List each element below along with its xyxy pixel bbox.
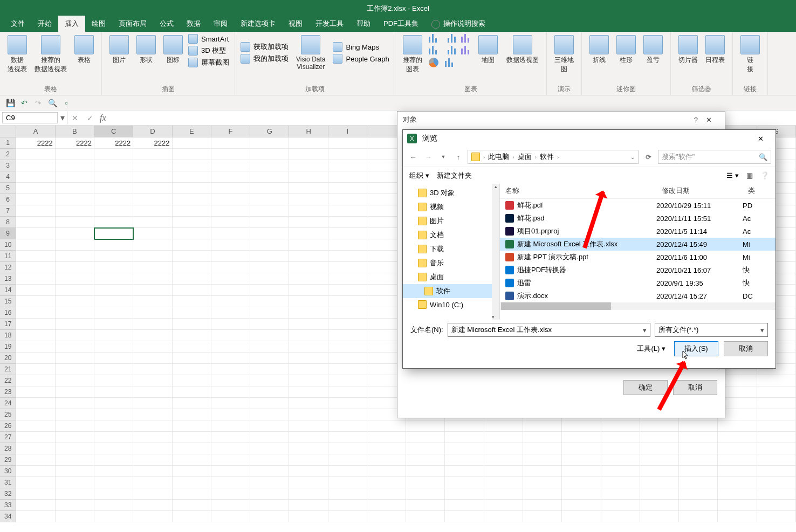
close-icon[interactable]: ✕ — [698, 116, 719, 124]
cell[interactable] — [94, 217, 133, 228]
cell[interactable] — [211, 353, 250, 364]
cell[interactable] — [94, 251, 133, 262]
cell[interactable] — [718, 500, 757, 511]
cell[interactable] — [289, 500, 328, 511]
fx-icon[interactable]: fx — [98, 113, 108, 123]
cell[interactable] — [16, 319, 55, 330]
row-header[interactable]: 9 — [0, 228, 16, 239]
row-header[interactable]: 21 — [0, 364, 16, 375]
cell[interactable] — [757, 500, 796, 511]
row-header[interactable]: 24 — [0, 398, 16, 409]
cell[interactable] — [484, 466, 523, 477]
cell[interactable] — [173, 477, 211, 488]
cell[interactable] — [133, 364, 172, 375]
cell[interactable] — [289, 364, 328, 375]
up-icon[interactable]: ↑ — [452, 153, 464, 161]
cell[interactable] — [211, 477, 250, 488]
cell[interactable] — [250, 296, 289, 307]
tree-item[interactable]: Win10 (C:) — [403, 298, 499, 311]
cell[interactable] — [133, 511, 172, 522]
row-header[interactable]: 16 — [0, 307, 16, 319]
tree-item[interactable]: 下载 — [403, 242, 499, 256]
cell[interactable] — [406, 443, 445, 454]
tree-item[interactable]: 音乐 — [403, 256, 499, 270]
cell[interactable] — [289, 137, 328, 149]
cell[interactable] — [94, 194, 133, 205]
cell[interactable] — [328, 454, 367, 466]
cell[interactable] — [56, 341, 94, 353]
cell[interactable] — [16, 149, 55, 160]
peoplegraph-button[interactable]: People Graph — [333, 54, 389, 64]
cell[interactable] — [133, 375, 172, 386]
cell[interactable] — [173, 409, 211, 420]
cell[interactable] — [562, 454, 601, 466]
cell[interactable] — [562, 432, 601, 443]
cell[interactable] — [211, 443, 250, 454]
cell[interactable] — [56, 386, 94, 398]
enter-icon[interactable]: ✓ — [83, 114, 98, 122]
cell[interactable] — [133, 194, 172, 205]
cell[interactable] — [173, 466, 211, 477]
cell[interactable] — [328, 217, 367, 228]
cell[interactable] — [445, 477, 484, 488]
cell[interactable] — [173, 386, 211, 398]
cell[interactable] — [679, 443, 718, 454]
cell[interactable] — [640, 443, 679, 454]
file-row[interactable]: 演示.docx2020/12/4 15:27DC — [500, 289, 776, 302]
cell[interactable] — [250, 341, 289, 353]
cell[interactable] — [211, 149, 250, 160]
cell[interactable] — [133, 386, 172, 398]
cell[interactable] — [718, 432, 757, 443]
cell[interactable] — [56, 262, 94, 273]
cell[interactable] — [367, 500, 406, 511]
cell[interactable] — [94, 398, 133, 409]
cell[interactable] — [133, 454, 172, 466]
ribbon-item[interactable]: 屏幕截图 — [188, 58, 229, 67]
cell[interactable] — [56, 183, 94, 194]
cell[interactable] — [133, 420, 172, 432]
cell[interactable]: 2222 — [56, 137, 94, 149]
cell[interactable] — [289, 149, 328, 160]
cell[interactable] — [328, 273, 367, 285]
cell[interactable] — [328, 386, 367, 398]
cancel-button[interactable]: 取消 — [673, 380, 717, 395]
forward-icon[interactable]: → — [422, 153, 434, 161]
cell[interactable] — [250, 205, 289, 217]
cell[interactable] — [16, 386, 55, 398]
cell[interactable] — [718, 488, 757, 500]
cell[interactable] — [328, 330, 367, 341]
tree-item[interactable]: 视频 — [403, 200, 499, 214]
cell[interactable] — [601, 477, 640, 488]
cell[interactable] — [133, 341, 172, 353]
cell[interactable] — [16, 228, 55, 239]
cell[interactable] — [601, 420, 640, 432]
cell[interactable] — [406, 420, 445, 432]
cell[interactable] — [640, 511, 679, 522]
row-header[interactable]: 28 — [0, 443, 16, 454]
cell[interactable] — [250, 319, 289, 330]
cell[interactable] — [679, 420, 718, 432]
cell[interactable] — [406, 454, 445, 466]
cell[interactable] — [56, 488, 94, 500]
cell[interactable] — [328, 319, 367, 330]
cell[interactable] — [328, 364, 367, 375]
cell[interactable] — [173, 307, 211, 319]
tab-帮助[interactable]: 帮助 — [350, 16, 377, 32]
cell[interactable] — [757, 488, 796, 500]
cell[interactable] — [16, 205, 55, 217]
cell[interactable] — [289, 262, 328, 273]
cell[interactable] — [445, 466, 484, 477]
cell[interactable] — [133, 273, 172, 285]
cell[interactable] — [601, 443, 640, 454]
cell[interactable] — [367, 432, 406, 443]
cell[interactable] — [173, 420, 211, 432]
cell[interactable] — [56, 205, 94, 217]
cell[interactable] — [367, 477, 406, 488]
cell[interactable] — [406, 466, 445, 477]
cell[interactable] — [133, 183, 172, 194]
cell[interactable] — [211, 183, 250, 194]
crumb-item[interactable]: 此电脑 — [488, 152, 509, 162]
cell[interactable] — [211, 466, 250, 477]
cell[interactable] — [16, 409, 55, 420]
cell[interactable] — [56, 330, 94, 341]
